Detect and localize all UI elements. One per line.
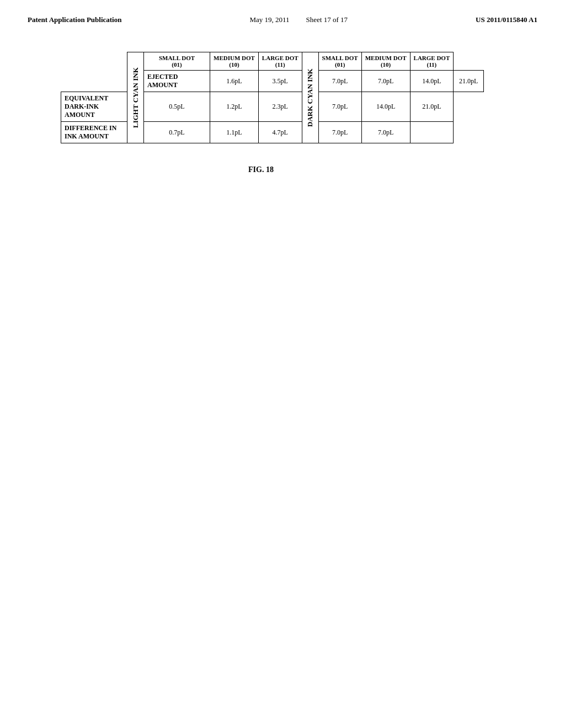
- lc-r2c1: 0.5pL: [169, 103, 184, 110]
- lc-r1c2: 3.5pL: [273, 77, 288, 85]
- lc-col3-header: LARGE DOT(11): [262, 55, 299, 68]
- patent-number: US 2011/0115840 A1: [476, 15, 537, 24]
- dc-r1c3: 21.0pL: [459, 77, 478, 85]
- row2-label: EQUIVALENTDARK-INK AMOUNT: [65, 94, 108, 119]
- lc-col1-header: SMALL DOT(01): [159, 55, 195, 68]
- light-cyan-group-label: LIGHT CYAN INK: [131, 67, 140, 128]
- lc-r2c2: 1.2pL: [226, 103, 242, 110]
- dc-r3c2: 7.0pL: [378, 129, 393, 136]
- row1-label: EJECTED AMOUNT: [147, 73, 178, 89]
- lc-r3c3: 4.7pL: [273, 129, 288, 136]
- lc-r2c3: 2.3pL: [273, 103, 288, 110]
- dc-col2-header: MEDIUM DOT(10): [365, 55, 407, 68]
- dc-r3c1: 7.0pL: [332, 129, 348, 136]
- dc-col1-header: SMALL DOT(01): [322, 55, 358, 68]
- dc-r1c1: 7.0pL: [378, 77, 393, 85]
- publication-date: May 19, 2011: [249, 15, 289, 24]
- lc-r1c3: 7.0pL: [332, 77, 348, 85]
- sheet-info: Sheet 17 of 17: [306, 15, 348, 24]
- lc-col2-header: MEDIUM DOT(10): [214, 55, 255, 68]
- figure-label: FIG. 18: [248, 165, 274, 174]
- row3-label: DIFFERENCE ININK AMOUNT: [65, 124, 116, 140]
- publication-label: Patent Application Publication: [28, 15, 121, 24]
- lc-r1c1: 1.6pL: [226, 77, 242, 85]
- dc-r2c3: 21.0pL: [422, 103, 441, 110]
- lc-r3c2: 1.1pL: [226, 129, 242, 136]
- dc-r2c2: 14.0pL: [376, 103, 395, 110]
- lc-r3c1: 0.7pL: [169, 129, 184, 136]
- dc-col3-header: LARGE DOT(11): [414, 55, 450, 68]
- dc-r2c1: 7.0pL: [332, 103, 348, 110]
- dc-r1c2: 14.0pL: [422, 77, 441, 85]
- dark-cyan-group-label: DARK CYAN INK: [306, 68, 314, 127]
